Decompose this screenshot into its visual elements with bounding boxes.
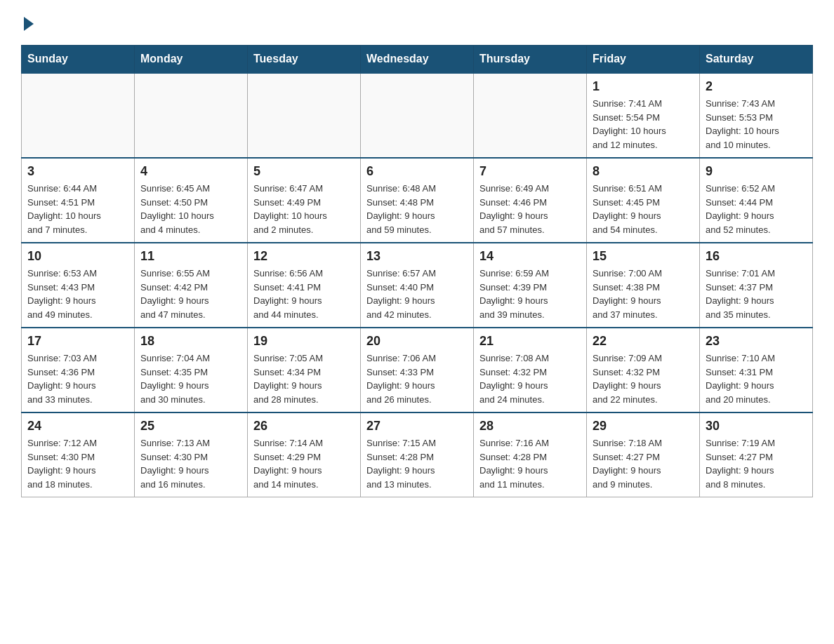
day-info: Sunrise: 7:03 AM Sunset: 4:36 PM Dayligh… — [27, 351, 128, 406]
day-info: Sunrise: 7:00 AM Sunset: 4:38 PM Dayligh… — [593, 267, 694, 321]
calendar-week-row: 17Sunrise: 7:03 AM Sunset: 4:36 PM Dayli… — [22, 328, 813, 412]
calendar-cell: 11Sunrise: 6:55 AM Sunset: 4:42 PM Dayli… — [135, 243, 248, 328]
day-info: Sunrise: 7:19 AM Sunset: 4:27 PM Dayligh… — [706, 436, 807, 491]
day-number: 4 — [140, 164, 241, 179]
day-info: Sunrise: 7:18 AM Sunset: 4:27 PM Dayligh… — [593, 436, 694, 491]
calendar-cell — [22, 73, 135, 158]
day-info: Sunrise: 7:04 AM Sunset: 4:35 PM Dayligh… — [140, 351, 241, 406]
day-number: 17 — [27, 334, 128, 349]
day-of-week-header: Wednesday — [361, 46, 474, 74]
calendar-cell: 30Sunrise: 7:19 AM Sunset: 4:27 PM Dayli… — [700, 412, 813, 497]
day-info: Sunrise: 6:49 AM Sunset: 4:46 PM Dayligh… — [479, 182, 581, 236]
day-number: 27 — [366, 419, 468, 434]
day-info: Sunrise: 6:45 AM Sunset: 4:50 PM Dayligh… — [140, 182, 241, 236]
day-of-week-header: Saturday — [700, 46, 813, 74]
day-number: 24 — [27, 419, 128, 434]
day-info: Sunrise: 7:09 AM Sunset: 4:32 PM Dayligh… — [593, 351, 694, 406]
day-info: Sunrise: 6:59 AM Sunset: 4:39 PM Dayligh… — [479, 267, 581, 321]
day-info: Sunrise: 6:51 AM Sunset: 4:45 PM Dayligh… — [593, 182, 694, 236]
day-info: Sunrise: 6:52 AM Sunset: 4:44 PM Dayligh… — [706, 182, 807, 236]
day-info: Sunrise: 7:13 AM Sunset: 4:30 PM Dayligh… — [140, 436, 241, 491]
day-number: 30 — [706, 419, 807, 434]
calendar-cell: 13Sunrise: 6:57 AM Sunset: 4:40 PM Dayli… — [361, 243, 474, 328]
calendar-cell: 9Sunrise: 6:52 AM Sunset: 4:44 PM Daylig… — [700, 158, 813, 243]
day-number: 11 — [140, 249, 241, 264]
calendar-cell — [248, 73, 361, 158]
day-info: Sunrise: 6:47 AM Sunset: 4:49 PM Dayligh… — [253, 182, 355, 236]
calendar-cell — [474, 73, 587, 158]
calendar-week-row: 3Sunrise: 6:44 AM Sunset: 4:51 PM Daylig… — [22, 158, 813, 243]
day-info: Sunrise: 6:48 AM Sunset: 4:48 PM Dayligh… — [366, 182, 468, 236]
calendar-cell: 2Sunrise: 7:43 AM Sunset: 5:53 PM Daylig… — [700, 73, 813, 158]
calendar-cell: 10Sunrise: 6:53 AM Sunset: 4:43 PM Dayli… — [22, 243, 135, 328]
logo — [21, 14, 34, 31]
calendar-cell: 12Sunrise: 6:56 AM Sunset: 4:41 PM Dayli… — [248, 243, 361, 328]
day-number: 28 — [479, 419, 581, 434]
day-info: Sunrise: 7:16 AM Sunset: 4:28 PM Dayligh… — [479, 436, 581, 491]
calendar-header-row: SundayMondayTuesdayWednesdayThursdayFrid… — [22, 46, 813, 74]
day-number: 5 — [253, 164, 355, 179]
day-number: 12 — [253, 249, 355, 264]
day-of-week-header: Friday — [587, 46, 700, 74]
calendar-cell: 25Sunrise: 7:13 AM Sunset: 4:30 PM Dayli… — [135, 412, 248, 497]
calendar-cell: 23Sunrise: 7:10 AM Sunset: 4:31 PM Dayli… — [700, 328, 813, 412]
calendar-cell: 5Sunrise: 6:47 AM Sunset: 4:49 PM Daylig… — [248, 158, 361, 243]
day-of-week-header: Monday — [135, 46, 248, 74]
calendar-cell: 7Sunrise: 6:49 AM Sunset: 4:46 PM Daylig… — [474, 158, 587, 243]
day-number: 16 — [706, 249, 807, 264]
calendar-week-row: 1Sunrise: 7:41 AM Sunset: 5:54 PM Daylig… — [22, 73, 813, 158]
day-number: 14 — [479, 249, 581, 264]
logo-arrow-icon — [24, 17, 34, 31]
day-number: 26 — [253, 419, 355, 434]
day-number: 21 — [479, 334, 581, 349]
day-number: 20 — [366, 334, 468, 349]
calendar-cell: 16Sunrise: 7:01 AM Sunset: 4:37 PM Dayli… — [700, 243, 813, 328]
day-number: 23 — [706, 334, 807, 349]
day-number: 10 — [27, 249, 128, 264]
calendar-cell: 29Sunrise: 7:18 AM Sunset: 4:27 PM Dayli… — [587, 412, 700, 497]
calendar-cell — [361, 73, 474, 158]
day-info: Sunrise: 7:43 AM Sunset: 5:53 PM Dayligh… — [706, 97, 807, 152]
day-info: Sunrise: 7:05 AM Sunset: 4:34 PM Dayligh… — [253, 351, 355, 406]
day-number: 2 — [706, 79, 807, 94]
day-number: 7 — [479, 164, 581, 179]
day-info: Sunrise: 6:55 AM Sunset: 4:42 PM Dayligh… — [140, 267, 241, 321]
calendar-cell: 19Sunrise: 7:05 AM Sunset: 4:34 PM Dayli… — [248, 328, 361, 412]
day-info: Sunrise: 7:15 AM Sunset: 4:28 PM Dayligh… — [366, 436, 468, 491]
day-number: 3 — [27, 164, 128, 179]
day-number: 13 — [366, 249, 468, 264]
calendar-cell: 28Sunrise: 7:16 AM Sunset: 4:28 PM Dayli… — [474, 412, 587, 497]
day-number: 6 — [366, 164, 468, 179]
day-info: Sunrise: 7:12 AM Sunset: 4:30 PM Dayligh… — [27, 436, 128, 491]
calendar-cell — [135, 73, 248, 158]
calendar-table: SundayMondayTuesdayWednesdayThursdayFrid… — [21, 45, 813, 497]
day-info: Sunrise: 7:14 AM Sunset: 4:29 PM Dayligh… — [253, 436, 355, 491]
day-number: 19 — [253, 334, 355, 349]
day-info: Sunrise: 6:53 AM Sunset: 4:43 PM Dayligh… — [27, 267, 128, 321]
calendar-cell: 4Sunrise: 6:45 AM Sunset: 4:50 PM Daylig… — [135, 158, 248, 243]
calendar-cell: 27Sunrise: 7:15 AM Sunset: 4:28 PM Dayli… — [361, 412, 474, 497]
day-info: Sunrise: 7:08 AM Sunset: 4:32 PM Dayligh… — [479, 351, 581, 406]
day-number: 1 — [593, 79, 694, 94]
calendar-cell: 15Sunrise: 7:00 AM Sunset: 4:38 PM Dayli… — [587, 243, 700, 328]
calendar-cell: 22Sunrise: 7:09 AM Sunset: 4:32 PM Dayli… — [587, 328, 700, 412]
calendar-cell: 21Sunrise: 7:08 AM Sunset: 4:32 PM Dayli… — [474, 328, 587, 412]
calendar-cell: 26Sunrise: 7:14 AM Sunset: 4:29 PM Dayli… — [248, 412, 361, 497]
calendar-cell: 18Sunrise: 7:04 AM Sunset: 4:35 PM Dayli… — [135, 328, 248, 412]
day-number: 8 — [593, 164, 694, 179]
day-number: 9 — [706, 164, 807, 179]
day-info: Sunrise: 7:06 AM Sunset: 4:33 PM Dayligh… — [366, 351, 468, 406]
day-info: Sunrise: 7:41 AM Sunset: 5:54 PM Dayligh… — [593, 97, 694, 152]
calendar-cell: 14Sunrise: 6:59 AM Sunset: 4:39 PM Dayli… — [474, 243, 587, 328]
day-of-week-header: Thursday — [474, 46, 587, 74]
calendar-cell: 6Sunrise: 6:48 AM Sunset: 4:48 PM Daylig… — [361, 158, 474, 243]
day-info: Sunrise: 6:56 AM Sunset: 4:41 PM Dayligh… — [253, 267, 355, 321]
calendar-cell: 8Sunrise: 6:51 AM Sunset: 4:45 PM Daylig… — [587, 158, 700, 243]
day-info: Sunrise: 6:44 AM Sunset: 4:51 PM Dayligh… — [27, 182, 128, 236]
calendar-cell: 17Sunrise: 7:03 AM Sunset: 4:36 PM Dayli… — [22, 328, 135, 412]
day-number: 22 — [593, 334, 694, 349]
calendar-week-row: 24Sunrise: 7:12 AM Sunset: 4:30 PM Dayli… — [22, 412, 813, 497]
day-info: Sunrise: 6:57 AM Sunset: 4:40 PM Dayligh… — [366, 267, 468, 321]
day-number: 25 — [140, 419, 241, 434]
day-number: 18 — [140, 334, 241, 349]
